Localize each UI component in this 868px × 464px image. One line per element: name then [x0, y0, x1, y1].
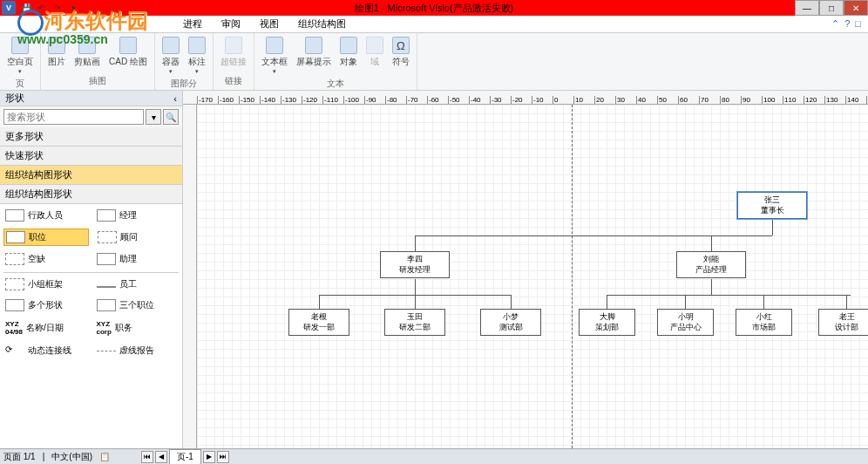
hyperlink-button[interactable]: 超链接: [217, 35, 250, 70]
object-button[interactable]: 对象: [336, 35, 361, 70]
ribbon-group-links: 超链接 链接: [214, 33, 254, 90]
vertical-ruler: [183, 105, 197, 448]
tab-view[interactable]: 视图: [251, 16, 288, 32]
ribbon-group-page: 空白页▾ 页: [0, 33, 41, 90]
shape-staff[interactable]: 员工: [95, 276, 180, 292]
maximize-button[interactable]: □: [819, 0, 844, 16]
symbol-button[interactable]: Ω符号: [389, 35, 413, 70]
shapes-list: 行政人员 经理 职位 顾问 空缺 助理 小组框架 员工 多个形状 三个职位 XY…: [0, 204, 182, 448]
search-dropdown-icon[interactable]: ▾: [146, 109, 161, 125]
org-node-l3b-3[interactable]: 老王设计部: [818, 309, 868, 336]
callout-button[interactable]: 标注▾: [185, 35, 209, 77]
shape-dynamic-connector[interactable]: ⟳动态连接线: [3, 343, 88, 358]
minimize-button[interactable]: —: [795, 0, 819, 16]
shapes-panel-title: 形状 ‹: [0, 91, 182, 106]
language-indicator: 中文(中国): [51, 451, 92, 463]
ribbon-group-diagram-parts: 容器▾ 标注▾ 图部分: [155, 33, 214, 90]
ribbon-group-text: 文本框▾ 屏幕提示 对象 域 Ω符号 文本: [254, 33, 417, 90]
org-node-l3b-1[interactable]: 小明产品中心: [657, 309, 714, 336]
stencil-orgchart-shapes[interactable]: 组织结构图形状: [0, 166, 182, 185]
canvas-area: -170-160-150-140-130-120-110-100-90-80-7…: [183, 91, 868, 448]
ribbon-tabs: 进程 审阅 视图 组织结构图 ⌃ ? □: [0, 16, 868, 33]
prev-page-button[interactable]: ◀: [155, 451, 167, 463]
last-page-button[interactable]: ⏭: [217, 451, 229, 463]
shape-team-frame[interactable]: 小组框架: [3, 276, 88, 292]
shape-title[interactable]: XYZcorp职务: [95, 318, 180, 338]
save-icon[interactable]: 💾: [19, 2, 33, 14]
org-node-l2-0[interactable]: 李四研发经理: [380, 251, 450, 278]
help-icon[interactable]: ?: [844, 18, 850, 30]
clipart-button[interactable]: 剪贴画: [71, 35, 104, 70]
textbox-button[interactable]: 文本框▾: [258, 35, 291, 77]
container-button[interactable]: 容器▾: [159, 35, 183, 77]
shape-assistant[interactable]: 助理: [95, 251, 180, 267]
page-indicator: 页面 1/1: [3, 451, 36, 463]
ribbon-options-icon[interactable]: □: [855, 18, 861, 30]
ribbon-minimize-icon[interactable]: ⌃: [831, 18, 839, 30]
stencil-quick-shapes[interactable]: 快速形状: [0, 147, 182, 166]
undo-icon[interactable]: ↶: [35, 2, 49, 14]
search-icon[interactable]: 🔍: [163, 109, 179, 125]
picture-button[interactable]: 图片: [44, 35, 69, 70]
org-node-l2-1[interactable]: 刘能产品经理: [676, 251, 746, 278]
tab-process[interactable]: 进程: [174, 16, 211, 32]
close-button[interactable]: ✕: [844, 0, 868, 16]
quick-access-toolbar: 💾 ↶ ↷ ▾: [19, 2, 80, 14]
shape-consultant[interactable]: 顾问: [96, 229, 180, 246]
shape-manager[interactable]: 经理: [95, 208, 180, 223]
search-shapes-input[interactable]: [3, 109, 144, 125]
title-bar: V 💾 ↶ ↷ ▾ 绘图1 - Microsoft Visio(产品激活失败) …: [0, 0, 868, 16]
shape-vacancy[interactable]: 空缺: [3, 251, 88, 267]
org-node-l3a-0[interactable]: 老根研发一部: [288, 309, 349, 336]
drawing-canvas[interactable]: 张三董事长 李四研发经理 刘能产品经理 老根研发一部: [197, 105, 868, 448]
blank-page-button[interactable]: 空白页▾: [3, 35, 37, 77]
cad-button[interactable]: CAD 绘图: [105, 35, 151, 70]
page-navigator: ⏮ ◀ 页-1 ▶ ⏭: [141, 449, 229, 465]
page-tab[interactable]: 页-1: [169, 449, 201, 465]
insert-mode-icon[interactable]: 📋: [99, 452, 110, 461]
shapes-panel: 形状 ‹ ▾ 🔍 更多形状 快速形状 组织结构图形状 组织结构图形状 行政人员 …: [0, 91, 183, 448]
org-node-l3a-2[interactable]: 小梦测试部: [480, 309, 541, 336]
field-button: 域: [363, 35, 387, 70]
org-node-l3a-1[interactable]: 玉田研发二部: [384, 309, 445, 336]
ribbon: 空白页▾ 页 图片 剪贴画 CAD 绘图 插图 容器▾ 标注▾ 图部分 超链接 …: [0, 33, 868, 91]
shape-name-date[interactable]: XYZ04/98名称/日期: [3, 318, 88, 338]
shape-position[interactable]: 职位: [3, 229, 89, 246]
tab-orgchart[interactable]: 组织结构图: [289, 16, 355, 32]
tab-review[interactable]: 审阅: [213, 16, 249, 32]
org-node-root[interactable]: 张三董事长: [737, 192, 807, 219]
shape-three-positions[interactable]: 三个职位: [95, 297, 180, 313]
horizontal-ruler: -170-160-150-140-130-120-110-100-90-80-7…: [183, 91, 868, 105]
chevron-left-icon[interactable]: ‹: [173, 93, 177, 104]
window-title: 绘图1 - Microsoft Visio(产品激活失败): [355, 2, 514, 15]
stencil-more-shapes[interactable]: 更多形状: [0, 127, 182, 147]
org-node-l3b-2[interactable]: 小红市场部: [736, 309, 792, 336]
qat-dropdown-icon[interactable]: ▾: [66, 2, 80, 14]
shape-dotted-report[interactable]: 虚线报告: [95, 343, 180, 358]
next-page-button[interactable]: ▶: [203, 451, 215, 463]
org-node-l3b-0[interactable]: 大脚策划部: [579, 309, 635, 336]
ribbon-group-illustrations: 图片 剪贴画 CAD 绘图 插图: [41, 33, 155, 90]
window-controls: — □ ✕: [795, 0, 868, 16]
shape-multiple[interactable]: 多个形状: [3, 297, 88, 313]
shape-executive[interactable]: 行政人员: [3, 208, 88, 223]
app-icon: V: [2, 1, 16, 15]
page-divider: [572, 105, 573, 448]
redo-icon[interactable]: ↷: [51, 2, 64, 14]
screentip-button[interactable]: 屏幕提示: [293, 35, 335, 70]
first-page-button[interactable]: ⏮: [141, 451, 153, 463]
stencil-orgchart-shapes-2[interactable]: 组织结构图形状: [0, 185, 182, 204]
status-bar: 页面 1/1 | 中文(中国) 📋 ⏮ ◀ 页-1 ▶ ⏭: [0, 448, 868, 464]
